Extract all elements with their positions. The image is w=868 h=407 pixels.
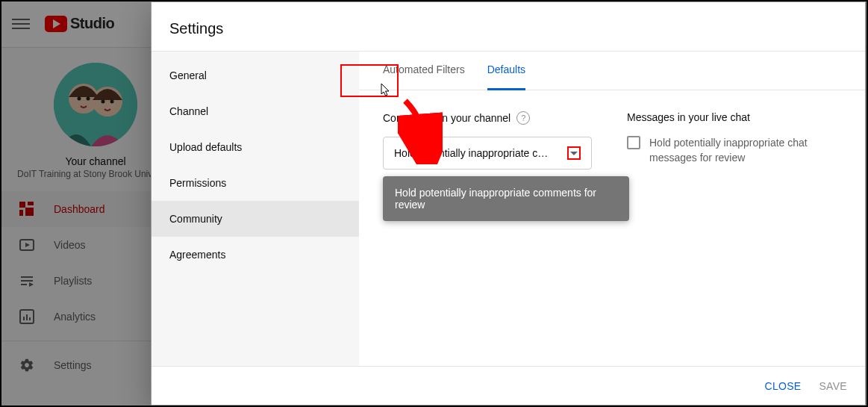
tab-defaults[interactable]: Defaults — [487, 52, 525, 90]
chat-title: Messages in your live chat — [627, 111, 750, 123]
comments-title: Comments on your channel — [383, 112, 511, 124]
dropdown-selected: Hold potentially inappropriate c… — [394, 147, 548, 159]
chat-hold-checkbox[interactable] — [627, 136, 640, 149]
save-button[interactable]: SAVE — [819, 380, 847, 392]
close-button[interactable]: CLOSE — [765, 380, 802, 392]
dropdown-arrow-highlight — [567, 146, 581, 160]
dropdown-menu-item[interactable]: Hold potentially inappropriate comments … — [383, 176, 629, 221]
dnav-permissions[interactable]: Permissions — [152, 165, 359, 201]
dnav-agreements[interactable]: Agreements — [152, 237, 359, 273]
dnav-upload-defaults[interactable]: Upload defaults — [152, 129, 359, 165]
dialog-nav: General Channel Upload defaults Permissi… — [152, 52, 359, 366]
dnav-general[interactable]: General — [152, 58, 359, 93]
dnav-channel[interactable]: Channel — [152, 93, 359, 129]
dialog-title: Settings — [152, 2, 865, 51]
settings-dialog: Settings General Channel Upload defaults… — [151, 1, 866, 406]
help-icon[interactable]: ? — [516, 111, 530, 125]
dnav-community[interactable]: Community — [152, 201, 359, 237]
tab-automated-filters[interactable]: Automated Filters — [383, 52, 465, 90]
chat-checkbox-label: Hold potentially inappropriate chat mess… — [649, 135, 841, 165]
comments-dropdown[interactable]: Hold potentially inappropriate c… Hold p… — [383, 137, 592, 170]
chevron-down-icon — [570, 152, 578, 155]
